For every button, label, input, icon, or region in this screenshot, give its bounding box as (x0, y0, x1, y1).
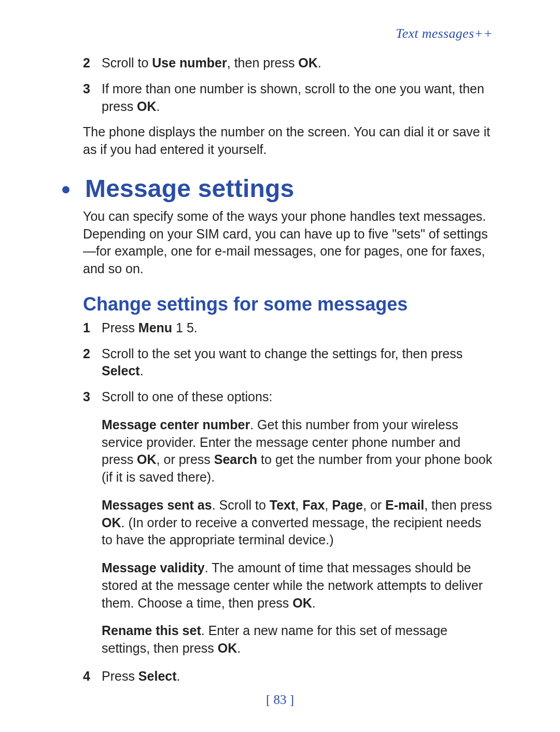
numbered-step: 3Scroll to one of these options: (83, 388, 493, 406)
step-text: If more than one number is shown, scroll… (102, 80, 493, 116)
numbered-step: 3If more than one number is shown, scrol… (83, 80, 493, 116)
bold-term: Text (270, 498, 296, 512)
bold-term: Rename this set (102, 623, 201, 638)
bold-term: Fax (302, 498, 325, 512)
step-number: 2 (83, 345, 102, 381)
bold-term: Select (102, 363, 140, 378)
bold-term: OK (137, 99, 157, 114)
bold-term: E-mail (385, 498, 424, 512)
bold-term: OK (102, 515, 121, 530)
pre-paragraph: The phone displays the number on the scr… (83, 123, 493, 159)
options-list: Message center number. Get this number f… (67, 416, 493, 657)
bullet-icon (62, 186, 69, 193)
bold-term: OK (137, 452, 157, 467)
pre-steps-list: 2Scroll to Use number, then press OK.3If… (83, 54, 493, 115)
bold-term: OK (218, 641, 237, 655)
text-run: . (237, 641, 241, 655)
final-step-container: 4Press Select. (83, 668, 493, 685)
bold-term: OK (292, 596, 312, 610)
section-title: Message settings (85, 174, 294, 203)
step-text: Press Select. (102, 668, 493, 685)
bold-term: Select (138, 669, 177, 683)
text-run: . (318, 55, 321, 70)
bold-term: Message center number (102, 417, 250, 432)
option-paragraph: Message center number. Get this number f… (102, 416, 493, 486)
text-run: . (157, 99, 160, 114)
text-run: , (325, 498, 332, 512)
step-text: Scroll to the set you want to change the… (102, 345, 493, 381)
text-run: . (312, 596, 316, 610)
text-run: . (177, 669, 180, 683)
step-number: 2 (83, 54, 102, 72)
text-run: , or (363, 498, 385, 512)
bold-term: Menu (138, 320, 172, 335)
section-heading-row: Message settings (62, 174, 493, 203)
text-run: . Scroll to (212, 498, 270, 512)
numbered-step: 2Scroll to Use number, then press OK. (83, 54, 493, 72)
step-number: 3 (83, 80, 102, 116)
text-run: Press (102, 320, 138, 335)
text-run: Press (102, 669, 138, 683)
text-run: 1 5. (172, 320, 198, 335)
text-run: . (140, 363, 144, 378)
page-number: [ 83 ] (0, 693, 560, 707)
text-run: Scroll to one of these options: (102, 389, 272, 404)
step-text: Scroll to one of these options: (102, 388, 493, 406)
option-paragraph: Messages sent as. Scroll to Text, Fax, P… (102, 497, 493, 549)
subsection-title: Change settings for some messages (83, 293, 493, 315)
running-header: Text messages++ (67, 26, 493, 41)
text-run: Scroll to (102, 55, 152, 70)
section-intro: You can specify some of the ways your ph… (83, 208, 493, 278)
option-paragraph: Rename this set. Enter a new name for th… (102, 622, 493, 657)
step-text: Press Menu 1 5. (102, 319, 493, 337)
bold-term: OK (298, 55, 318, 70)
bold-term: Messages sent as (102, 498, 212, 512)
text-run: . (In order to receive a converted messa… (102, 515, 481, 547)
bold-term: Page (332, 498, 363, 512)
subsection-steps: 1Press Menu 1 5.2Scroll to the set you w… (83, 319, 493, 406)
step-number: 4 (83, 668, 102, 685)
step-number: 1 (83, 319, 102, 337)
text-run: , then press (227, 55, 299, 70)
bold-term: Search (214, 452, 257, 467)
text-run: , (295, 498, 302, 512)
bold-term: Use number (152, 55, 227, 70)
step-number: 3 (83, 388, 102, 406)
numbered-step: 2Scroll to the set you want to change th… (83, 345, 493, 381)
text-run: Scroll to the set you want to change the… (102, 346, 463, 361)
numbered-step: 1Press Menu 1 5. (83, 319, 493, 337)
step-text: Scroll to Use number, then press OK. (102, 54, 493, 72)
option-paragraph: Message validity. The amount of time tha… (102, 559, 493, 612)
manual-page: Text messages++ 2Scroll to Use number, t… (0, 0, 560, 732)
bold-term: Message validity (102, 560, 205, 575)
text-run: , or press (157, 452, 214, 467)
text-run: , then press (424, 498, 492, 512)
numbered-step: 4Press Select. (83, 668, 493, 685)
